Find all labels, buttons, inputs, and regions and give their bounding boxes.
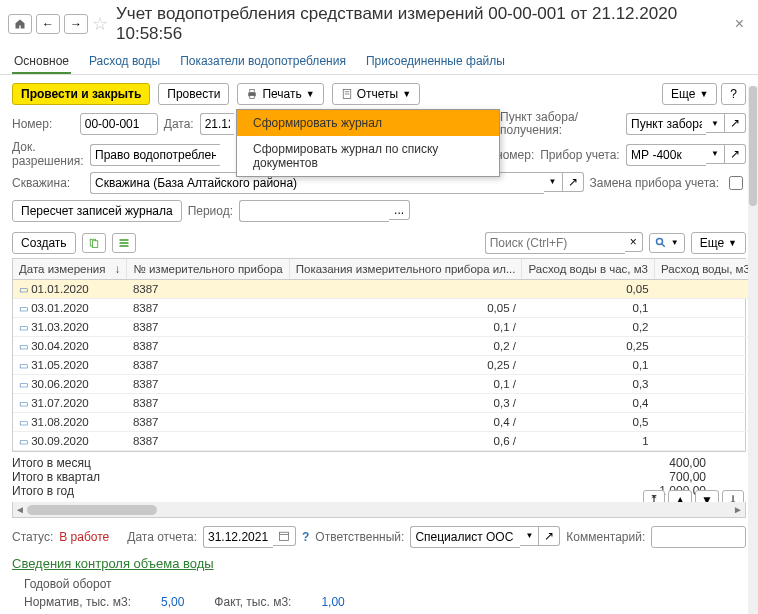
horizontal-scrollbar[interactable]: ◄ ► xyxy=(12,502,746,518)
recalc-button[interactable]: Пересчет записей журнала xyxy=(12,200,182,222)
device-label: Прибор учета: xyxy=(540,148,619,162)
scroll-thumb[interactable] xyxy=(27,505,157,515)
scroll-left-icon[interactable]: ◄ xyxy=(13,504,27,515)
total-month-label: Итого в месяц xyxy=(12,456,659,470)
chevron-down-icon: ▼ xyxy=(549,177,557,186)
responsible-dropdown-button[interactable]: ▼ xyxy=(520,526,539,546)
record-icon: ▭ xyxy=(19,436,28,447)
print-button[interactable]: Печать ▼ xyxy=(237,83,323,105)
sort-down-icon: ↓ xyxy=(115,263,121,275)
col-reading[interactable]: Показания измерительного прибора ил... xyxy=(289,259,522,280)
table-row[interactable]: ▭ 31.05.202083870,25 /0,150 xyxy=(13,355,758,374)
create-button[interactable]: Создать xyxy=(12,232,76,254)
chevron-down-icon: ▼ xyxy=(402,89,411,99)
chevron-down-icon: ▼ xyxy=(711,149,719,158)
table-row[interactable]: ▭ 03.01.202083870,05 /0,150 xyxy=(13,298,758,317)
vertical-scrollbar[interactable] xyxy=(748,86,758,614)
device-open-button[interactable]: ↗ xyxy=(725,144,746,164)
table-row[interactable]: ▭ 30.06.202083870,1 /0,350 xyxy=(13,374,758,393)
status-value: В работе xyxy=(59,530,109,544)
status-label: Статус: xyxy=(12,530,53,544)
well-dropdown-button[interactable]: ▼ xyxy=(544,172,563,192)
search-button[interactable]: ▼ xyxy=(649,233,685,253)
period-input[interactable] xyxy=(239,200,389,222)
record-icon: ▭ xyxy=(19,417,28,428)
post-and-close-button[interactable]: Провести и закрыть xyxy=(12,83,150,105)
more-button[interactable]: Еще ▼ xyxy=(662,83,717,105)
print-menu-generate-journal[interactable]: Сформировать журнал xyxy=(237,110,499,136)
copy-button[interactable] xyxy=(82,233,106,253)
print-dropdown: Сформировать журнал Сформировать журнал … xyxy=(236,109,500,177)
responsible-open-button[interactable]: ↗ xyxy=(539,526,560,546)
chevron-down-icon: ▼ xyxy=(306,89,315,99)
reports-button[interactable]: Отчеты ▼ xyxy=(332,83,420,105)
print-menu-generate-by-list[interactable]: Сформировать журнал по списку документов xyxy=(237,136,499,176)
svg-rect-10 xyxy=(119,245,128,247)
table-row[interactable]: ▭ 30.04.202083870,2 /0,2550 xyxy=(13,336,758,355)
point-dropdown-button[interactable]: ▼ xyxy=(706,113,725,133)
dok-label: Док. разрешения: xyxy=(12,141,84,167)
search-input[interactable] xyxy=(485,232,625,254)
total-month-value: 400,00 xyxy=(659,456,706,470)
favorite-star-icon[interactable]: ☆ xyxy=(92,13,108,35)
chevron-down-icon: ▼ xyxy=(699,89,708,99)
col-flow[interactable]: Расход воды в час, м3 xyxy=(522,259,655,280)
open-icon: ↗ xyxy=(730,116,740,130)
back-button[interactable]: ← xyxy=(36,14,60,34)
calendar-button[interactable] xyxy=(273,526,296,546)
total-quarter-value: 700,00 xyxy=(659,470,706,484)
table-row[interactable]: ▭ 30.09.202083870,6 /1400 xyxy=(13,431,758,450)
list-icon xyxy=(118,237,130,249)
table-row[interactable]: ▭ 31.03.202083870,1 /0,250 xyxy=(13,317,758,336)
list-button[interactable] xyxy=(112,233,136,253)
point-open-button[interactable]: ↗ xyxy=(725,113,746,133)
home-button[interactable] xyxy=(8,14,32,34)
table-row[interactable]: ▭ 01.01.202083870,0550 xyxy=(13,279,758,298)
water-control-link[interactable]: Сведения контроля объема воды xyxy=(12,556,214,571)
date-input[interactable] xyxy=(200,113,234,135)
responsible-input[interactable] xyxy=(410,526,520,548)
col-device[interactable]: № измерительного прибора xyxy=(127,259,289,280)
tab-water[interactable]: Расход воды xyxy=(87,50,162,74)
copy-icon xyxy=(88,237,100,249)
scroll-right-icon[interactable]: ► xyxy=(731,504,745,515)
table-row[interactable]: ▭ 31.07.202083870,3 /0,4100 xyxy=(13,393,758,412)
page-title: Учет водопотребления средствами измерени… xyxy=(116,4,725,44)
comment-input[interactable] xyxy=(651,526,746,548)
vscroll-thumb[interactable] xyxy=(749,86,757,206)
comment-label: Комментарий: xyxy=(566,530,645,544)
number-input[interactable] xyxy=(80,113,158,135)
well-open-button[interactable]: ↗ xyxy=(563,172,584,192)
well-label: Скважина: xyxy=(12,176,84,190)
period-select-button[interactable]: ... xyxy=(389,200,410,220)
close-button[interactable]: × xyxy=(729,15,750,33)
dok-input[interactable] xyxy=(90,144,220,166)
replace-label: Замена прибора учета: xyxy=(590,176,719,190)
date-label: Дата: xyxy=(164,117,194,131)
search-clear-button[interactable]: × xyxy=(625,232,643,252)
col-daily[interactable]: Расход воды, м3/сут., (ты xyxy=(655,259,758,280)
svg-rect-2 xyxy=(250,96,255,99)
device-input[interactable] xyxy=(626,144,706,166)
device-dropdown-button[interactable]: ▼ xyxy=(706,144,725,164)
svg-rect-1 xyxy=(250,90,255,93)
point-input[interactable] xyxy=(626,113,706,135)
help-icon[interactable]: ? xyxy=(302,530,309,544)
help-button[interactable]: ? xyxy=(721,83,746,105)
report-date-input[interactable] xyxy=(203,526,273,548)
col-date[interactable]: Дата измерения ↓ xyxy=(13,259,127,280)
chevron-down-icon: ▼ xyxy=(525,531,533,540)
tab-indicators[interactable]: Показатели водопотребления xyxy=(178,50,348,74)
total-quarter-label: Итого в квартал xyxy=(12,470,659,484)
replace-checkbox[interactable] xyxy=(729,176,743,190)
arrow-right-icon: → xyxy=(70,17,82,31)
record-icon: ▭ xyxy=(19,360,28,371)
norm-value: 5,00 xyxy=(161,595,184,609)
table-row[interactable]: ▭ 31.08.202083870,4 /0,5200 xyxy=(13,412,758,431)
forward-button[interactable]: → xyxy=(64,14,88,34)
tab-files[interactable]: Присоединенные файлы xyxy=(364,50,507,74)
post-button[interactable]: Провести xyxy=(158,83,229,105)
data-table: Дата измерения ↓ № измерительного прибор… xyxy=(12,258,746,452)
grid-more-button[interactable]: Еще ▼ xyxy=(691,232,746,254)
tab-main[interactable]: Основное xyxy=(12,50,71,74)
